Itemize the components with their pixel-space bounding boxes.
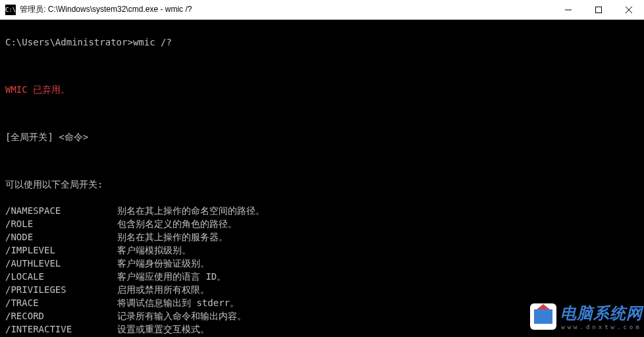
switch-row: /PRIVILEGES启用或禁用所有权限。 [5,283,639,296]
blank-line [5,109,639,117]
switch-row: /ROLE包含别名定义的角色的路径。 [5,217,639,230]
switch-row: /TRACE将调试信息输出到 stderr。 [5,296,639,309]
switch-row: /RECORD记录所有输入命令和输出内容。 [5,309,639,323]
window-controls [553,0,644,19]
blank-line [5,62,639,70]
switch-name: /NAMESPACE [5,204,117,217]
switch-name: /INTERACTIVE [5,323,117,336]
switch-desc: 客户端应使用的语言 ID。 [117,271,226,282]
console-output[interactable]: C:\Users\Administrator>wmic /? WMIC 已弃用。… [0,20,644,337]
blank-line [5,157,639,165]
switch-desc: 启用或禁用所有权限。 [117,284,209,295]
switch-desc: 将调试信息输出到 stderr。 [117,298,239,308]
close-button[interactable] [614,0,644,19]
minimize-button[interactable] [553,0,583,19]
switch-name: /IMPLEVEL [5,244,117,257]
switch-desc: 客户端模拟级别。 [117,245,191,255]
switch-row: /AUTHLEVEL客户端身份验证级别。 [5,257,639,270]
switch-name: /ROLE [5,217,117,230]
usage-syntax: [全局开关] <命令> [5,130,639,143]
switch-name: /RECORD [5,309,117,323]
window-title: 管理员: C:\Windows\system32\cmd.exe - wmic … [20,4,553,15]
window-title-bar[interactable]: C:\ 管理员: C:\Windows\system32\cmd.exe - w… [0,0,644,20]
switch-row: /NODE别名在其上操作的服务器。 [5,230,639,244]
svg-rect-1 [596,7,602,13]
switch-row: /NAMESPACE别名在其上操作的命名空间的路径。 [5,204,639,217]
switch-name: /AUTHLEVEL [5,257,117,270]
switch-name: /PRIVILEGES [5,283,117,296]
switch-desc: 设置或重置交互模式。 [117,324,209,334]
switch-desc: 别名在其上操作的命名空间的路径。 [117,205,265,216]
switch-desc: 包含别名定义的角色的路径。 [117,219,237,229]
prompt-command: wmic /? [133,37,172,47]
maximize-button[interactable] [583,0,614,19]
switches-list: /NAMESPACE别名在其上操作的命名空间的路径。/ROLE包含别名定义的角色… [5,204,639,337]
switch-row: /INTERACTIVE设置或重置交互模式。 [5,323,639,336]
switch-name: /LOCALE [5,270,117,283]
switch-desc: 客户端身份验证级别。 [117,258,209,269]
switch-desc: 记录所有输入命令和输出内容。 [117,311,246,321]
switch-name: /TRACE [5,296,117,309]
deprecation-notice: WMIC 已弃用。 [5,83,639,96]
switch-desc: 别名在其上操作的服务器。 [117,232,228,242]
cmd-icon: C:\ [5,5,16,15]
switch-row: /IMPLEVEL客户端模拟级别。 [5,244,639,257]
switch-name: /NODE [5,230,117,244]
switches-header: 可以使用以下全局开关: [5,178,639,191]
switch-row: /LOCALE客户端应使用的语言 ID。 [5,270,639,283]
prompt-path: C:\Users\Administrator> [5,37,133,47]
